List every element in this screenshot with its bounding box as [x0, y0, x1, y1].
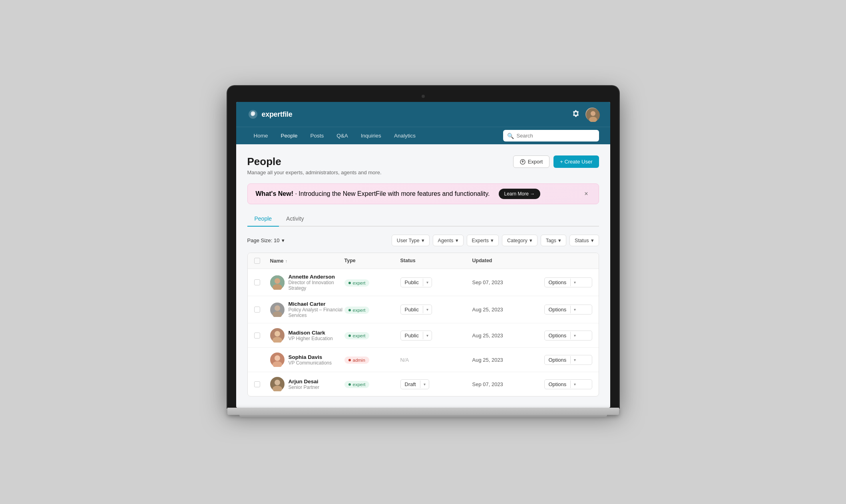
type-cell: expert [344, 279, 400, 287]
type-badge: expert [344, 381, 370, 388]
status-dropdown[interactable]: Draft ▾ [400, 379, 429, 389]
updated-cell: Sep 07, 2023 [472, 279, 544, 285]
settings-icon[interactable] [572, 110, 580, 120]
create-user-button[interactable]: + Create User [553, 155, 599, 168]
logo-text: expertfile [262, 110, 293, 119]
avatar-image [270, 303, 285, 317]
chevron-down-icon: ▾ [422, 237, 424, 243]
svg-point-1 [252, 113, 254, 115]
laptop-frame: expertfile [227, 86, 619, 418]
filter-experts[interactable]: Experts ▾ [467, 235, 499, 246]
close-banner-button[interactable]: × [582, 189, 590, 198]
filter-tags[interactable]: Tags ▾ [541, 235, 566, 246]
options-cell: Options ▾ [544, 355, 592, 365]
status-cell: N/A [400, 357, 472, 363]
status-dropdown[interactable]: Public ▾ [400, 305, 432, 315]
row-checkbox[interactable] [254, 279, 260, 285]
type-cell: expert [344, 380, 400, 388]
nav-home[interactable]: Home [247, 127, 275, 144]
learn-more-button[interactable]: Learn More → [499, 189, 541, 199]
chevron-down-icon: ▾ [591, 237, 594, 243]
page-title-section: People Manage all your experts, administ… [247, 155, 382, 175]
name-column-header[interactable]: Name ↑ [270, 258, 344, 264]
svg-point-16 [275, 355, 280, 361]
status-cell: Draft ▾ [400, 379, 472, 389]
svg-point-19 [275, 380, 280, 385]
avatar-image [270, 275, 285, 290]
nav-inquiries[interactable]: Inquiries [354, 127, 388, 144]
logo-icon [247, 109, 259, 120]
user-avatar[interactable] [585, 108, 599, 121]
export-button[interactable]: Export [513, 155, 550, 168]
laptop-base [227, 408, 619, 415]
sort-icon: ↑ [285, 259, 288, 263]
filter-category[interactable]: Category ▾ [502, 235, 537, 246]
type-cell: admin [344, 356, 400, 364]
page-size-selector[interactable]: Page Size: 10 ▾ [247, 237, 285, 243]
table-row: Michael Carter Policy Analyst – Financia… [248, 296, 599, 323]
nav-analytics[interactable]: Analytics [388, 127, 422, 144]
nav-people[interactable]: People [275, 127, 304, 144]
chevron-down-icon: ▾ [456, 237, 458, 243]
row-checkbox[interactable] [254, 307, 260, 313]
type-cell: expert [344, 306, 400, 314]
header-icons [572, 108, 599, 121]
content-area: People Manage all your experts, administ… [236, 144, 610, 408]
avatar [270, 377, 285, 391]
options-cell: Options ▾ [544, 277, 592, 287]
status-dropdown[interactable]: Public ▾ [400, 277, 432, 287]
options-button[interactable]: Options ▾ [544, 331, 592, 341]
svg-point-7 [275, 278, 280, 284]
row-checkbox-cell [254, 333, 270, 339]
select-all-checkbox[interactable] [254, 258, 260, 264]
status-column-header: Status [400, 258, 472, 264]
user-info: Annette Anderson Director of Innovation … [289, 274, 344, 291]
options-button[interactable]: Options ▾ [544, 305, 592, 315]
updated-cell: Aug 25, 2023 [472, 333, 544, 339]
laptop-bottom [239, 415, 607, 418]
nav-qa[interactable]: Q&A [330, 127, 354, 144]
nav-bar: Home People Posts Q&A Inquiries Analytic… [236, 127, 610, 144]
search-input[interactable] [503, 130, 599, 141]
options-cell: Options ▾ [544, 379, 592, 389]
chevron-down-icon: ▾ [570, 356, 579, 364]
type-badge: expert [344, 332, 370, 339]
filter-status[interactable]: Status ▾ [569, 235, 599, 246]
page-header: People Manage all your experts, administ… [247, 155, 599, 175]
name-cell: Sophia Davis VP Communications [270, 353, 344, 367]
tab-activity[interactable]: Activity [279, 211, 311, 227]
table-row: Annette Anderson Director of Innovation … [248, 269, 599, 296]
camera [422, 95, 425, 98]
row-checkbox[interactable] [254, 333, 260, 339]
status-dropdown[interactable]: Public ▾ [400, 331, 432, 341]
options-button[interactable]: Options ▾ [544, 355, 592, 365]
avatar [270, 353, 285, 367]
table-header-row: Name ↑ Type Status Updated [248, 253, 599, 269]
tab-people[interactable]: People [247, 211, 279, 227]
user-info: Sophia Davis VP Communications [289, 354, 332, 366]
updated-cell: Sep 07, 2023 [472, 381, 544, 387]
filter-user-type[interactable]: User Type ▾ [392, 235, 430, 246]
header-actions: Export + Create User [513, 155, 599, 168]
chevron-down-icon: ▾ [570, 332, 579, 339]
filter-agents[interactable]: Agents ▾ [433, 235, 464, 246]
badge-dot [348, 359, 351, 361]
filters-row: Page Size: 10 ▾ User Type ▾ Agents ▾ [247, 235, 599, 246]
status-cell: Public ▾ [400, 331, 472, 341]
avatar [270, 303, 285, 317]
svg-point-10 [275, 305, 280, 311]
row-checkbox[interactable] [254, 381, 260, 387]
app-header: expertfile [236, 102, 610, 127]
options-button[interactable]: Options ▾ [544, 277, 592, 287]
table-row: Madison Clark VP Higher Education expert [248, 323, 599, 348]
badge-dot [348, 335, 351, 337]
badge-dot [348, 309, 351, 311]
type-badge: expert [344, 307, 370, 314]
screen: expertfile [236, 102, 610, 408]
row-checkbox-cell [254, 307, 270, 313]
options-button[interactable]: Options ▾ [544, 379, 592, 389]
avatar-image [270, 328, 285, 343]
chevron-down-icon: ▾ [491, 237, 494, 243]
nav-posts[interactable]: Posts [304, 127, 330, 144]
avatar-image [270, 353, 285, 367]
